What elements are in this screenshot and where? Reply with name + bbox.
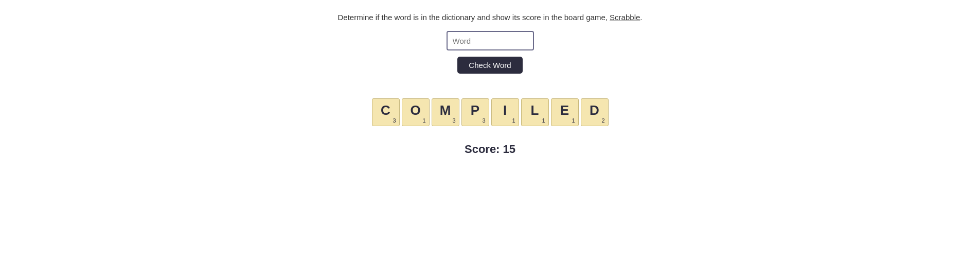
tile-score: 3 — [393, 117, 396, 124]
tile-score: 2 — [601, 117, 604, 124]
scrabble-link[interactable]: Scrabble — [610, 13, 640, 22]
description-after-link: . — [640, 13, 642, 22]
word-input[interactable] — [447, 31, 534, 50]
score-display: Score: 15 — [465, 143, 515, 156]
tile-score: 3 — [452, 117, 455, 124]
tile-l: L1 — [521, 98, 549, 126]
tile-m: M3 — [432, 98, 459, 126]
tile-letter: D — [590, 104, 599, 117]
tile-letter: C — [381, 104, 390, 117]
tile-letter: L — [531, 104, 539, 117]
tile-i: I1 — [491, 98, 519, 126]
tile-letter: E — [560, 104, 569, 117]
tile-c: C3 — [372, 98, 400, 126]
tile-score: 1 — [542, 117, 545, 124]
tile-score: 1 — [572, 117, 575, 124]
tile-p: P3 — [461, 98, 489, 126]
description-text: Determine if the word is in the dictiona… — [338, 13, 643, 22]
word-input-container — [447, 31, 534, 50]
tile-d: D2 — [581, 98, 609, 126]
tile-letter: M — [440, 104, 451, 117]
tile-score: 1 — [512, 117, 515, 124]
tile-letter: I — [503, 104, 507, 117]
tiles-container: C3O1M3P3I1L1E1D2 — [372, 98, 609, 126]
tile-score: 3 — [482, 117, 485, 124]
description-before-link: Determine if the word is in the dictiona… — [338, 13, 610, 22]
tile-score: 1 — [422, 117, 425, 124]
tile-o: O1 — [402, 98, 430, 126]
tile-e: E1 — [551, 98, 579, 126]
tile-letter: P — [471, 104, 479, 117]
check-word-button[interactable]: Check Word — [457, 57, 522, 74]
tile-letter: O — [410, 104, 420, 117]
